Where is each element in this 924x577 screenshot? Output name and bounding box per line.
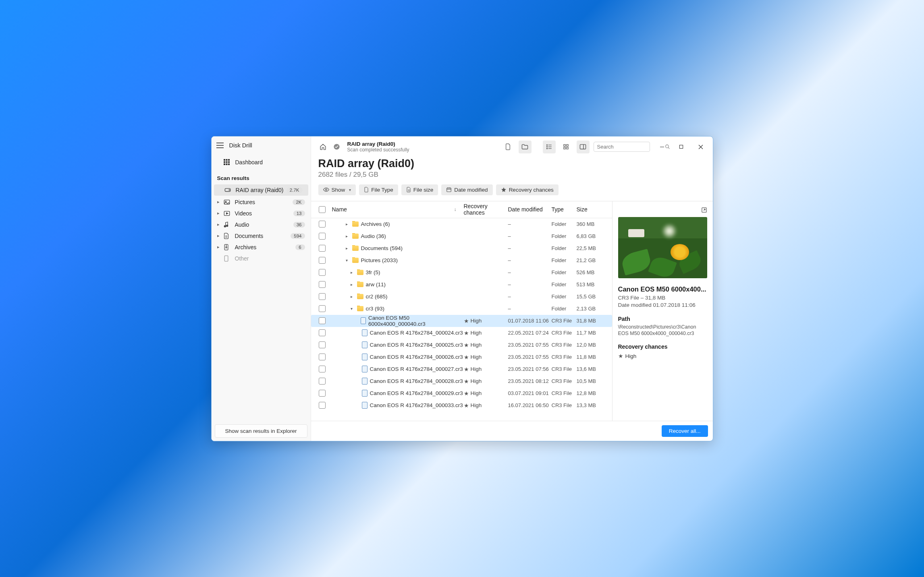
row-checkbox[interactable] [314, 281, 330, 288]
row-checkbox[interactable] [314, 221, 330, 227]
sidebar-item-raid-array-raid0-[interactable]: RAID array (Raid0)2.7K [214, 184, 308, 196]
row-checkbox[interactable] [314, 293, 330, 300]
header-checkbox[interactable] [314, 206, 330, 213]
folder-row[interactable]: ▸Archives (6)–Folder360 MB [311, 218, 612, 230]
svg-rect-38 [679, 145, 683, 148]
col-recovery[interactable]: Recovery chances [464, 203, 508, 216]
sidebar-item-documents[interactable]: ▸Documents594 [212, 230, 311, 242]
name-cell: ▸arw (11) [330, 281, 464, 287]
chevron-right-icon[interactable]: ▸ [217, 233, 222, 238]
folder-row[interactable]: ▸cr2 (685)–Folder15,5 GB [311, 291, 612, 303]
file-row[interactable]: Canon EOS R 4176x2784_000028.cr3★High23.… [311, 375, 612, 387]
chevron-right-icon[interactable]: ▸ [217, 211, 222, 216]
row-recovery: ★High [464, 390, 508, 397]
view-file-icon[interactable] [502, 141, 515, 153]
row-checkbox[interactable] [314, 390, 330, 397]
page-title: RAID array (Raid0) [318, 157, 706, 170]
chevron-right-icon[interactable]: ▸ [349, 282, 355, 287]
chevron-right-icon[interactable]: ▸ [217, 222, 222, 227]
row-name: 3fr (5) [366, 269, 380, 275]
recover-all-button[interactable]: Recover all... [662, 425, 708, 437]
date-modified-filter[interactable]: Date modified [441, 184, 492, 195]
file-type-filter[interactable]: File Type [359, 184, 398, 195]
view-folder-icon[interactable] [519, 141, 532, 153]
file-row[interactable]: Canon EOS R 4176x2784_000025.cr3★High23.… [311, 339, 612, 351]
chevron-right-icon[interactable]: ▸ [344, 222, 350, 226]
row-type: CR3 File [552, 354, 577, 360]
row-date: 23.05.2021 07:55 [508, 354, 552, 360]
close-button[interactable] [694, 140, 708, 154]
row-type: Folder [552, 306, 577, 312]
sidebar-item-other[interactable]: Other [212, 253, 311, 264]
dashboard-item[interactable]: Dashboard [212, 155, 311, 170]
sidebar: Disk Drill Dashboard Scan results RAID a… [212, 136, 311, 441]
col-name[interactable]: Name↓ [330, 206, 464, 213]
chevron-right-icon[interactable]: ▸ [344, 246, 350, 250]
row-checkbox[interactable] [314, 378, 330, 385]
folder-icon [357, 270, 363, 275]
row-checkbox[interactable] [314, 329, 330, 336]
chevron-right-icon[interactable]: ▸ [217, 244, 222, 250]
hamburger-icon[interactable] [216, 143, 224, 148]
show-filter[interactable]: Show▾ [318, 184, 356, 195]
file-row[interactable]: Canon EOS R 4176x2784_000029.cr3★High03.… [311, 387, 612, 399]
view-grid-icon[interactable] [560, 141, 573, 153]
popout-icon[interactable] [701, 207, 707, 213]
maximize-button[interactable] [674, 140, 689, 154]
scan-results-header: Scan results [212, 171, 311, 184]
row-checkbox[interactable] [314, 341, 330, 348]
sidebar-item-pictures[interactable]: ▸Pictures2K [212, 196, 311, 208]
star-icon: ★ [464, 354, 469, 360]
col-type[interactable]: Type [552, 206, 577, 213]
name-cell: Canon EOS M50 6000x4000_000040.cr3 [330, 315, 464, 327]
folder-row[interactable]: ▾cr3 (93)–Folder2,13 GB [311, 303, 612, 315]
recovery-chances-filter[interactable]: Recovery chances [496, 184, 559, 195]
row-checkbox[interactable] [314, 257, 330, 264]
sort-arrow-icon: ↓ [454, 207, 457, 212]
row-size: 12,0 MB [577, 342, 609, 348]
filter-bar: Show▾ File Type File size Date modified … [311, 184, 713, 201]
search-box[interactable] [594, 142, 650, 152]
row-checkbox[interactable] [314, 233, 330, 240]
chevron-right-icon[interactable]: ▸ [217, 199, 222, 205]
row-checkbox[interactable] [314, 366, 330, 372]
show-in-explorer-button[interactable]: Show scan results in Explorer [215, 424, 307, 438]
row-checkbox[interactable] [314, 402, 330, 409]
sidebar-item-archives[interactable]: ▸Archives6 [212, 242, 311, 253]
file-row[interactable]: Canon EOS M50 6000x4000_000040.cr3★High0… [311, 315, 612, 327]
chevron-right-icon[interactable]: ▸ [349, 294, 355, 299]
chevron-right-icon[interactable]: ▸ [344, 234, 350, 238]
file-size-filter[interactable]: File size [401, 184, 438, 195]
svg-point-41 [325, 189, 327, 190]
chevron-down-icon[interactable]: ▾ [349, 306, 355, 311]
file-row[interactable]: Canon EOS R 4176x2784_000026.cr3★High23.… [311, 351, 612, 363]
folder-row[interactable]: ▸Audio (36)–Folder6,83 GB [311, 230, 612, 242]
minimize-button[interactable] [655, 140, 669, 154]
row-checkbox[interactable] [314, 305, 330, 312]
file-row[interactable]: Canon EOS R 4176x2784_000033.cr3★High16.… [311, 399, 612, 412]
col-date[interactable]: Date modified [508, 206, 552, 213]
sidebar-item-videos[interactable]: ▸Videos13 [212, 208, 311, 219]
details-path: \Reconstructed\Pictures\cr3\Canon EOS M5… [618, 324, 707, 337]
row-size: 22,5 MB [577, 245, 609, 251]
col-size[interactable]: Size [577, 206, 609, 213]
row-checkbox[interactable] [314, 317, 330, 324]
row-checkbox[interactable] [314, 354, 330, 360]
folder-row[interactable]: ▸Documents (594)–Folder22,5 MB [311, 242, 612, 254]
dashboard-icon [224, 159, 230, 165]
sidebar-item-audio[interactable]: ▸Audio36 [212, 219, 311, 230]
file-row[interactable]: Canon EOS R 4176x2784_000027.cr3★High23.… [311, 363, 612, 375]
row-type: Folder [552, 245, 577, 251]
file-row[interactable]: Canon EOS R 4176x2784_000024.cr3★High22.… [311, 327, 612, 339]
view-panel-icon[interactable] [577, 141, 590, 153]
folder-row[interactable]: ▸arw (11)–Folder513 MB [311, 279, 612, 291]
row-checkbox[interactable] [314, 269, 330, 276]
home-icon[interactable] [318, 142, 328, 152]
name-cell: Canon EOS R 4176x2784_000025.cr3 [330, 341, 464, 348]
chevron-right-icon[interactable]: ▸ [349, 270, 355, 275]
view-list-icon[interactable] [543, 141, 556, 153]
folder-row[interactable]: ▸3fr (5)–Folder526 MB [311, 267, 612, 279]
row-checkbox[interactable] [314, 245, 330, 252]
chevron-down-icon[interactable]: ▾ [344, 258, 350, 263]
folder-row[interactable]: ▾Pictures (2033)–Folder21,2 GB [311, 254, 612, 267]
